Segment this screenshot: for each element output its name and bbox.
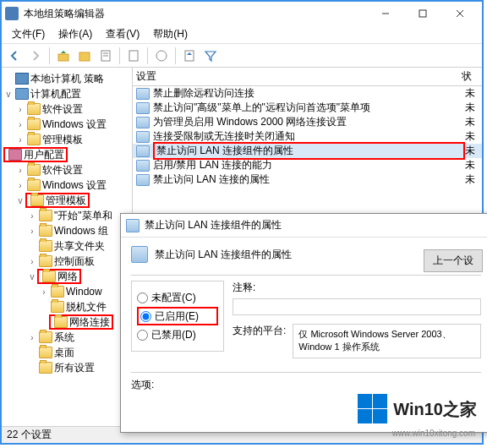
policy-icon bbox=[126, 219, 140, 232]
setting-state: 未 bbox=[465, 172, 482, 187]
tree-user-config[interactable]: 用户配置 bbox=[24, 148, 64, 162]
tree-network-connections[interactable]: 网络连接 bbox=[69, 315, 110, 330]
setting-name: 禁止访问"高级"菜单上的"远程访问首选项"菜单项 bbox=[153, 101, 465, 115]
folder-icon bbox=[39, 210, 52, 221]
list-item[interactable]: 禁止访问 LAN 连接的属性未 bbox=[133, 172, 482, 187]
setting-icon bbox=[136, 102, 150, 114]
menu-help[interactable]: 帮助(H) bbox=[146, 25, 194, 43]
back-button[interactable] bbox=[5, 46, 24, 65]
setting-state: 未 bbox=[465, 86, 482, 101]
folder-icon bbox=[27, 103, 41, 115]
list-header: 设置 状 bbox=[133, 68, 482, 86]
svg-rect-4 bbox=[58, 54, 68, 61]
col-setting[interactable]: 设置 bbox=[136, 69, 462, 84]
setting-name: 禁止删除远程访问连接 bbox=[153, 86, 465, 101]
filter-button[interactable] bbox=[201, 46, 220, 65]
menu-view[interactable]: 查看(V) bbox=[99, 25, 146, 43]
tree-control-panel[interactable]: 控制面板 bbox=[54, 254, 95, 269]
user-icon bbox=[8, 149, 22, 161]
tree-admin-templates2[interactable]: 管理模板 bbox=[46, 194, 86, 208]
list-item[interactable]: 禁止访问"高级"菜单上的"远程访问首选项"菜单项未 bbox=[133, 101, 482, 115]
platform-value: 仅 Microsoft Windows Server 2003、Window 1… bbox=[293, 324, 481, 358]
folder-icon bbox=[39, 255, 52, 267]
svg-point-10 bbox=[156, 51, 167, 61]
refresh-button[interactable] bbox=[124, 46, 143, 65]
forward-button[interactable] bbox=[26, 46, 45, 65]
setting-name: 为管理员启用 Windows 2000 网络连接设置 bbox=[153, 115, 465, 129]
tree-software-settings[interactable]: 软件设置 bbox=[42, 102, 83, 117]
tree-start-menu[interactable]: "开始"菜单和 bbox=[54, 209, 112, 223]
folder-icon bbox=[39, 240, 52, 252]
tree-all-settings[interactable]: 所有设置 bbox=[54, 361, 95, 375]
setting-name: 禁止访问 LAN 连接的属性 bbox=[153, 172, 465, 187]
dialog-title: 禁止访问 LAN 连接组件的属性 bbox=[145, 218, 282, 232]
export-button[interactable] bbox=[180, 46, 199, 65]
radio-enabled[interactable]: 已启用(E) bbox=[137, 307, 218, 325]
folder-icon bbox=[42, 270, 56, 282]
setting-name: 禁止访问 LAN 连接组件的属性 bbox=[153, 142, 465, 160]
list-item[interactable]: 禁止访问 LAN 连接组件的属性未 bbox=[133, 144, 482, 158]
menu-file[interactable]: 文件(F) bbox=[5, 25, 52, 43]
tree-admin-templates[interactable]: 管理模板 bbox=[42, 133, 83, 147]
setting-icon bbox=[136, 117, 150, 128]
list-item[interactable]: 启用/禁用 LAN 连接的能力未 bbox=[133, 158, 482, 172]
setting-icon bbox=[136, 88, 150, 100]
tree-window[interactable]: Window bbox=[66, 286, 102, 298]
svg-rect-9 bbox=[129, 51, 138, 61]
folder-icon bbox=[27, 134, 41, 145]
tree-network[interactable]: 网络 bbox=[57, 270, 78, 284]
folder-icon bbox=[39, 347, 52, 358]
tree-software-settings2[interactable]: 软件设置 bbox=[42, 163, 83, 178]
tree-root[interactable]: 本地计算机 策略 bbox=[30, 72, 104, 86]
tree-windows-settings2[interactable]: Windows 设置 bbox=[42, 178, 107, 193]
policy-icon bbox=[131, 246, 148, 263]
watermark-text: Win10之家 bbox=[393, 398, 477, 421]
tree-panel: 本地计算机 策略 v计算机配置 ›软件设置 ›Windows 设置 ›管理模板 … bbox=[2, 68, 133, 426]
comment-field[interactable] bbox=[233, 298, 481, 315]
tree-win-components[interactable]: Windows 组 bbox=[54, 224, 108, 238]
tree-desktop[interactable]: 桌面 bbox=[54, 346, 74, 360]
platform-label: 支持的平台: bbox=[233, 324, 286, 358]
tree-computer-config[interactable]: 计算机配置 bbox=[30, 87, 81, 101]
window-title: 本地组策略编辑器 bbox=[24, 7, 367, 21]
titlebar: 本地组策略编辑器 bbox=[2, 2, 482, 25]
tree-system[interactable]: 系统 bbox=[54, 331, 74, 345]
folder-icon bbox=[30, 194, 44, 206]
watermark-url: www.win10xitong.com bbox=[392, 429, 475, 438]
radio-disabled[interactable]: 已禁用(D) bbox=[137, 325, 218, 344]
setting-icon bbox=[136, 174, 150, 186]
col-state[interactable]: 状 bbox=[462, 69, 482, 84]
properties-button[interactable] bbox=[96, 46, 115, 65]
show-hide-button[interactable] bbox=[75, 46, 94, 65]
help-button[interactable] bbox=[152, 46, 171, 65]
root-icon bbox=[15, 73, 29, 85]
list-item[interactable]: 禁止删除远程访问连接未 bbox=[133, 86, 482, 101]
setting-icon bbox=[136, 160, 150, 172]
up-button[interactable] bbox=[54, 46, 73, 65]
folder-icon bbox=[54, 316, 68, 328]
svg-rect-1 bbox=[419, 10, 426, 17]
maximize-button[interactable] bbox=[404, 2, 441, 25]
folder-icon bbox=[51, 301, 64, 313]
folder-icon bbox=[27, 164, 41, 176]
close-button[interactable] bbox=[441, 2, 479, 25]
setting-state: 未 bbox=[465, 158, 482, 172]
options-label: 选项: bbox=[131, 379, 154, 391]
tree-shared-folders[interactable]: 共享文件夹 bbox=[54, 239, 105, 254]
tree-offline[interactable]: 脱机文件 bbox=[66, 300, 107, 314]
setting-state: 未 bbox=[465, 101, 482, 115]
computer-icon bbox=[15, 88, 29, 100]
radio-not-configured[interactable]: 未配置(C) bbox=[137, 288, 218, 307]
folder-icon bbox=[27, 179, 41, 191]
setting-name: 启用/禁用 LAN 连接的能力 bbox=[153, 158, 465, 172]
svg-rect-5 bbox=[79, 52, 90, 61]
state-radio-group: 未配置(C) 已启用(E) 已禁用(D) bbox=[131, 281, 224, 352]
menu-action[interactable]: 操作(A) bbox=[52, 25, 99, 43]
minimize-button[interactable] bbox=[367, 2, 404, 25]
status-count: 22 个设置 bbox=[7, 428, 52, 442]
app-icon bbox=[5, 7, 19, 20]
previous-setting-button[interactable]: 上一个设 bbox=[424, 249, 483, 272]
tree-windows-settings[interactable]: Windows 设置 bbox=[42, 117, 107, 132]
list-item[interactable]: 为管理员启用 Windows 2000 网络连接设置未 bbox=[133, 115, 482, 129]
comment-label: 注释: bbox=[233, 281, 481, 295]
